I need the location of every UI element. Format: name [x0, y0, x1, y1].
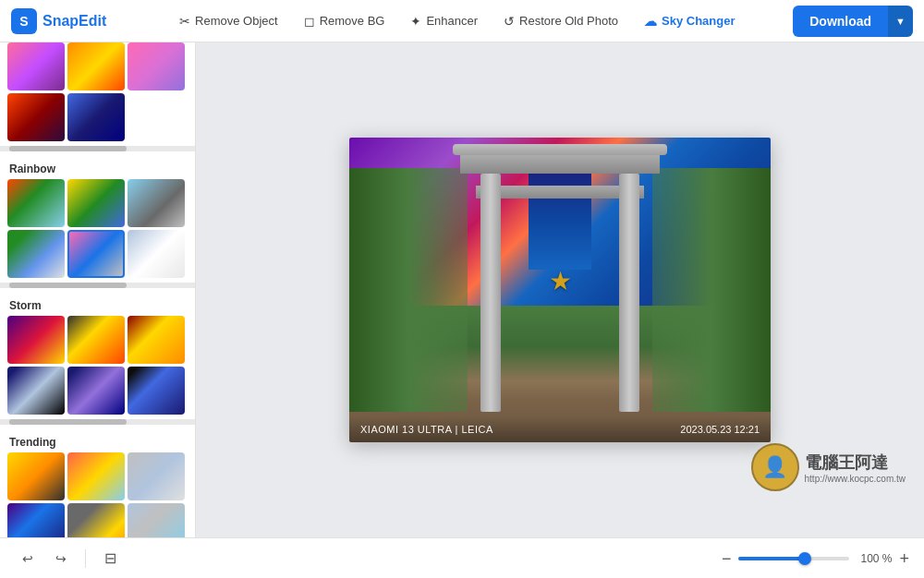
list-item[interactable]	[7, 93, 65, 141]
chevron-down-icon: ▼	[895, 16, 906, 27]
list-item[interactable]	[67, 316, 125, 364]
section-label-trending: Trending	[0, 430, 195, 452]
list-item[interactable]	[67, 42, 125, 90]
image-watermark: XIAOMI 13 ULTRA | LEICA 2023.05.23 12:21	[349, 416, 771, 442]
download-group: Download ▼	[793, 6, 913, 37]
list-item[interactable]	[128, 367, 185, 415]
list-item[interactable]	[128, 230, 185, 278]
storm-row-1	[0, 316, 195, 367]
nav-restore[interactable]: ↺ Restore Old Photo	[492, 8, 629, 34]
app-logo[interactable]: S SnapEdit	[11, 8, 106, 34]
sidebar-section-trending: Trending	[0, 430, 195, 537]
trending-row-1	[0, 452, 195, 503]
horizontal-scrollbar-storm[interactable]	[0, 419, 195, 425]
list-item[interactable]	[7, 503, 65, 537]
slider-fill	[738, 557, 805, 560]
zoom-slider[interactable]	[738, 557, 849, 560]
undo-icon: ↩	[22, 551, 33, 566]
storm-row-2	[0, 367, 195, 417]
section-label-rainbow: Rainbow	[0, 157, 195, 179]
undo-button[interactable]: ↩	[15, 546, 41, 572]
rainbow-row-2	[0, 230, 195, 281]
nav-remove-object[interactable]: ✂ Remove Object	[168, 8, 289, 34]
watermark-title: 電腦王阿達	[805, 452, 906, 474]
scrollbar-thumb	[9, 283, 127, 288]
list-item[interactable]	[7, 179, 65, 227]
nav-enhancer[interactable]: ✦ Enhancer	[399, 8, 489, 34]
nav-remove-object-label: Remove Object	[195, 14, 278, 28]
thumb-row-1	[0, 42, 195, 93]
torii-crossbeam	[460, 153, 660, 174]
zoom-value-label: 100 %	[857, 552, 892, 565]
watermark-url: http://www.kocpc.com.tw	[805, 474, 906, 484]
list-item[interactable]	[7, 230, 65, 278]
cloud-icon: ☁	[644, 14, 657, 29]
compare-icon: ⊟	[104, 549, 116, 567]
logo-icon: S	[11, 8, 37, 34]
watermark-text: 電腦王阿達 http://www.kocpc.com.tw	[805, 452, 906, 484]
bottom-toolbar: ↩ ↪ ⊟ − 100 % +	[0, 537, 924, 578]
sidebar-section-storm: Storm	[0, 294, 195, 425]
nav-bar: ✂ Remove Object ◻ Remove BG ✦ Enhancer ↺…	[128, 8, 785, 34]
zoom-plus-button[interactable]: +	[899, 550, 909, 567]
list-item[interactable]	[67, 179, 125, 227]
main-image: ★ XIAOMI 13 ULTRA | LEICA 2023.05.23 12:…	[349, 138, 771, 442]
list-item[interactable]	[128, 316, 185, 364]
sparkle-icon: ✦	[410, 14, 421, 29]
slider-thumb[interactable]	[798, 552, 811, 565]
rainbow-row-1	[0, 179, 195, 230]
canvas-area: ★ XIAOMI 13 ULTRA | LEICA 2023.05.23 12:…	[196, 42, 924, 537]
list-item[interactable]	[67, 230, 125, 278]
nav-sky-changer-label: Sky Changer	[662, 14, 735, 28]
header: S SnapEdit ✂ Remove Object ◻ Remove BG ✦…	[0, 0, 924, 42]
torii-pillar-right	[619, 174, 639, 413]
download-button[interactable]: Download	[793, 6, 888, 37]
app-name: SnapEdit	[43, 13, 106, 30]
download-dropdown-button[interactable]: ▼	[888, 6, 913, 37]
sidebar: Rainbow Storm	[0, 42, 196, 537]
sidebar-section-top	[0, 42, 195, 151]
list-item[interactable]	[128, 179, 185, 227]
watermark-camera: XIAOMI 13 ULTRA | LEICA	[360, 424, 493, 435]
watermark-date: 2023.05.23 12:21	[680, 424, 760, 435]
watermark-avatar: 👤	[751, 443, 799, 491]
horizontal-scrollbar[interactable]	[0, 146, 195, 151]
nav-enhancer-label: Enhancer	[426, 14, 478, 28]
list-item[interactable]	[67, 93, 125, 141]
horizontal-scrollbar-rainbow[interactable]	[0, 283, 195, 288]
nav-restore-label: Restore Old Photo	[519, 14, 618, 28]
list-item[interactable]	[7, 316, 65, 364]
compare-button[interactable]: ⊟	[97, 546, 123, 572]
scrollbar-thumb	[9, 146, 127, 151]
list-item[interactable]	[128, 503, 185, 537]
list-item[interactable]	[7, 42, 65, 90]
list-item[interactable]	[7, 452, 65, 500]
section-label-storm: Storm	[0, 294, 195, 316]
list-item[interactable]	[67, 367, 125, 415]
restore-icon: ↺	[504, 14, 515, 29]
zoom-minus-button[interactable]: −	[722, 550, 732, 567]
page-watermark: 👤 電腦王阿達 http://www.kocpc.com.tw	[751, 443, 906, 491]
list-item[interactable]	[7, 367, 65, 415]
zoom-control: − 100 % +	[722, 550, 909, 567]
list-item[interactable]	[67, 452, 125, 500]
star-badge: ★	[549, 266, 572, 296]
scrollbar-thumb	[9, 419, 127, 425]
thumb-row-2	[0, 93, 195, 144]
nav-remove-bg-label: Remove BG	[320, 14, 385, 28]
watermark-face-icon: 👤	[762, 455, 787, 479]
list-item[interactable]	[67, 503, 125, 537]
square-icon: ◻	[304, 14, 315, 29]
list-item[interactable]	[128, 452, 185, 500]
scissors-icon: ✂	[179, 14, 190, 29]
list-item[interactable]	[128, 42, 185, 90]
image-container: ★ XIAOMI 13 ULTRA | LEICA 2023.05.23 12:…	[349, 138, 771, 442]
main-layout: Rainbow Storm	[0, 42, 924, 537]
redo-icon: ↪	[55, 551, 67, 566]
sidebar-section-rainbow: Rainbow	[0, 157, 195, 288]
toolbar-separator	[85, 549, 86, 568]
trending-row-2	[0, 503, 195, 537]
redo-button[interactable]: ↪	[48, 546, 74, 572]
nav-sky-changer[interactable]: ☁ Sky Changer	[633, 8, 746, 34]
nav-remove-bg[interactable]: ◻ Remove BG	[293, 8, 396, 34]
